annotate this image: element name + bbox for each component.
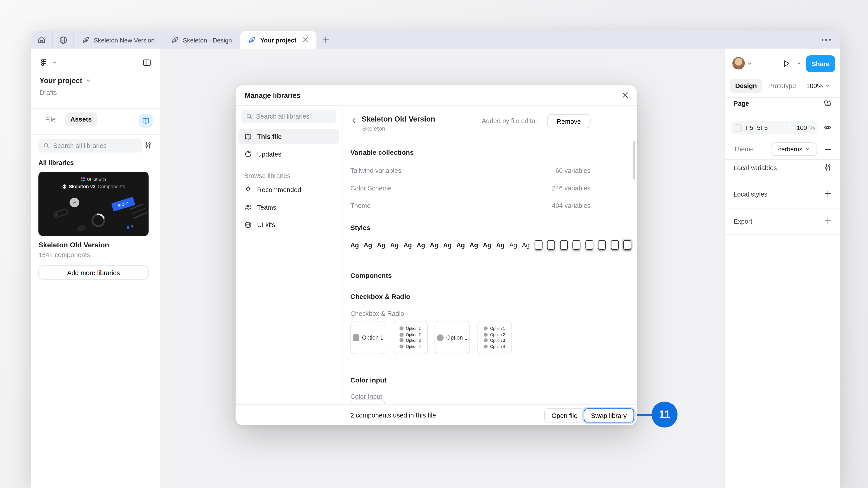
share-button[interactable]: Share [806, 55, 835, 72]
community-button[interactable] [53, 31, 74, 49]
plus-icon[interactable] [824, 217, 832, 225]
chevron-down-icon [86, 78, 91, 83]
eye-icon[interactable] [824, 123, 832, 132]
spinner-decor [89, 211, 107, 229]
browser-tab-bar: Skeleton New Version Skeleton - Design Y… [31, 31, 840, 49]
decor-dots [126, 224, 133, 229]
page-section-title: Page [734, 100, 749, 107]
scissors-icon: ✂ [68, 196, 81, 208]
text-style-preview: Ag [456, 241, 465, 248]
chevron-down-icon[interactable] [747, 61, 752, 66]
back-button[interactable] [350, 117, 358, 125]
modal-nav: This file Updates Browse libraries Recom… [236, 105, 342, 425]
library-detail-subtitle: Skeleton [362, 125, 385, 132]
plus-icon[interactable] [824, 190, 832, 198]
color-swatch[interactable] [735, 124, 742, 131]
page-styles-icon[interactable] [824, 99, 832, 107]
tab-assets[interactable]: Assets [65, 112, 97, 126]
modal-search-input[interactable] [256, 113, 332, 120]
swap-library-button[interactable]: Swap library [584, 409, 634, 423]
present-play-button[interactable] [782, 59, 791, 68]
divider [342, 105, 343, 425]
tab-design[interactable]: Design [730, 79, 763, 93]
modal-title: Manage libraries [245, 92, 301, 99]
manage-libraries-modal: Manage libraries This file Updates Brows… [236, 86, 637, 425]
search-input[interactable] [53, 142, 138, 149]
zoom-level: 100% [806, 83, 823, 89]
minus-icon[interactable] [824, 146, 832, 154]
remove-button[interactable]: Remove [547, 114, 591, 128]
opacity-unit: % [807, 124, 817, 131]
theme-dropdown[interactable]: cerberus [771, 142, 817, 156]
effect-style-preview [547, 240, 555, 250]
new-tab-button[interactable] [317, 31, 335, 49]
lightbulb-icon [244, 186, 252, 193]
tab-prototype[interactable]: Prototype [763, 79, 802, 93]
window-menu-button[interactable] [812, 31, 840, 49]
nav-label: Teams [257, 203, 276, 210]
library-card[interactable]: UI Kit with Skeleton v3 Components ✂ But… [38, 172, 149, 258]
thumb-line2-strong: Skeleton v3 [69, 184, 95, 189]
scrollbar[interactable] [633, 141, 635, 180]
nav-item-recommended[interactable]: Recommended [239, 182, 339, 197]
figma-logo-icon[interactable] [39, 58, 48, 67]
divider [725, 181, 840, 182]
tab-skeleton-design[interactable]: Skeleton - Design [163, 31, 240, 49]
zoom-dropdown[interactable]: 100% [806, 83, 830, 89]
add-more-libraries-button[interactable]: Add more libraries [38, 265, 149, 280]
open-file-button[interactable]: Open file [544, 409, 585, 423]
left-sidebar: Your project Drafts File Assets [31, 48, 161, 488]
text-style-preview: Ag [443, 241, 452, 248]
text-style-preview: Ag [403, 241, 412, 248]
component-preview-radio-group[interactable]: Option 1 Option 2 Option 3 Option 4 [477, 321, 512, 354]
effect-style-preview [560, 240, 567, 250]
close-tab-button[interactable] [303, 37, 309, 43]
nav-item-updates[interactable]: Updates [239, 147, 339, 162]
close-icon[interactable] [620, 90, 630, 100]
modal-search[interactable] [241, 109, 336, 123]
libraries-button[interactable] [139, 114, 153, 128]
tab-skeleton-new-version[interactable]: Skeleton New Version [74, 31, 163, 49]
open-book-icon [142, 117, 150, 125]
variables-sliders-icon[interactable] [824, 163, 832, 171]
home-button[interactable] [31, 31, 52, 49]
page-color-row[interactable]: F5F5F5 100 % [731, 121, 817, 134]
toggle-sidebar-button[interactable] [143, 58, 151, 67]
checkbox-glyph [400, 332, 404, 337]
text-style-preview: Ag [416, 241, 425, 248]
avatar[interactable] [733, 57, 745, 70]
skull-icon [62, 184, 66, 189]
filter-sliders-icon[interactable] [144, 141, 152, 149]
thumb-line1: UI Kit with [87, 177, 106, 182]
nav-item-this-file[interactable]: This file [239, 129, 339, 144]
component-group-title: Checkbox & Radio [350, 293, 410, 300]
home-icon [37, 36, 46, 44]
styles-title: Styles [350, 224, 370, 232]
sidebar-search[interactable] [38, 139, 143, 153]
option-label: Option 4 [406, 344, 421, 348]
component-preview-checkbox-group[interactable]: Option 1 Option 2 Option 3 Option 4 [393, 321, 428, 354]
library-name: Skeleton Old Version [38, 241, 149, 249]
local-variables-label: Local variables [734, 164, 777, 171]
page-title: Your project [39, 76, 82, 85]
option-label: Option 2 [490, 332, 505, 337]
nav-item-ui-kits[interactable]: UI kits [239, 217, 339, 232]
chevron-down-icon[interactable] [52, 60, 57, 65]
chevron-down-icon[interactable] [796, 61, 802, 66]
checkbox-glyph [400, 344, 404, 348]
search-icon [246, 113, 253, 120]
component-preview-radio[interactable]: Option 1 [435, 321, 470, 354]
local-styles-label: Local styles [734, 191, 767, 198]
toggle-decor [53, 207, 69, 219]
right-panel: Share Design Prototype 100% Page F5F5F5 … [724, 48, 840, 488]
divider [236, 168, 342, 168]
project-title-dropdown[interactable]: Your project [39, 76, 91, 85]
tab-your-project-active[interactable]: Your project [241, 31, 317, 49]
component-preview-checkbox[interactable]: Option 1 [350, 321, 385, 354]
color-hex-field[interactable]: F5F5F5 [746, 124, 789, 131]
tab-file[interactable]: File [39, 112, 61, 126]
nav-item-teams[interactable]: Teams [239, 199, 339, 215]
opacity-field[interactable]: 100 [790, 124, 807, 131]
refresh-icon [244, 150, 252, 158]
step-badge: 11 [652, 402, 678, 428]
